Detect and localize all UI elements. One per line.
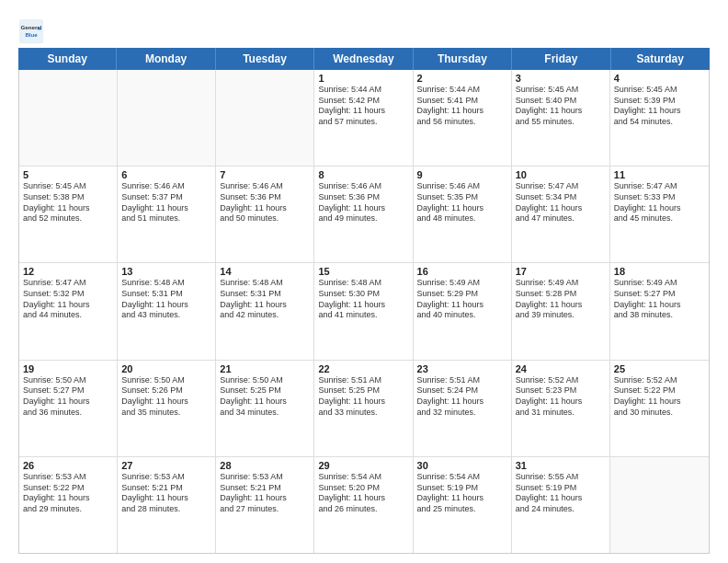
header-day-friday: Friday [512,48,610,70]
day-number: 21 [220,363,310,374]
day-info: Sunrise: 5:49 AM Sunset: 5:28 PM Dayligh… [516,278,606,321]
calendar-cell-23: 23Sunrise: 5:51 AM Sunset: 5:24 PM Dayli… [414,361,512,456]
day-number: 4 [614,73,705,84]
day-info: Sunrise: 5:44 AM Sunset: 5:41 PM Dayligh… [417,85,507,128]
calendar-cell-31: 31Sunrise: 5:55 AM Sunset: 5:19 PM Dayli… [512,457,610,553]
calendar-cell-26: 26Sunrise: 5:53 AM Sunset: 5:22 PM Dayli… [19,457,118,553]
day-info: Sunrise: 5:54 AM Sunset: 5:20 PM Dayligh… [318,472,408,515]
day-info: Sunrise: 5:53 AM Sunset: 5:21 PM Dayligh… [121,472,211,515]
day-number: 9 [417,169,507,180]
calendar-cell-empty-0-2 [216,70,314,166]
day-info: Sunrise: 5:49 AM Sunset: 5:27 PM Dayligh… [614,278,705,321]
day-info: Sunrise: 5:50 AM Sunset: 5:25 PM Dayligh… [220,375,310,419]
day-number: 16 [417,266,507,277]
day-info: Sunrise: 5:46 AM Sunset: 5:36 PM Dayligh… [220,181,310,224]
day-info: Sunrise: 5:47 AM Sunset: 5:34 PM Dayligh… [516,181,606,224]
calendar-cell-20: 20Sunrise: 5:50 AM Sunset: 5:26 PM Dayli… [118,361,216,456]
header-day-wednesday: Wednesday [314,48,413,70]
day-number: 26 [23,460,113,471]
logo-icon: General Blue [18,18,44,44]
calendar-cell-empty-0-0 [19,70,118,166]
calendar-cell-28: 28Sunrise: 5:53 AM Sunset: 5:21 PM Dayli… [216,457,314,553]
day-number: 30 [417,460,507,471]
calendar-cell-4: 4Sunrise: 5:45 AM Sunset: 5:39 PM Daylig… [610,70,709,166]
day-info: Sunrise: 5:46 AM Sunset: 5:36 PM Dayligh… [318,181,408,224]
calendar-cell-24: 24Sunrise: 5:52 AM Sunset: 5:23 PM Dayli… [512,361,610,456]
day-number: 2 [417,73,507,84]
calendar-cell-13: 13Sunrise: 5:48 AM Sunset: 5:31 PM Dayli… [118,263,216,359]
calendar-cell-21: 21Sunrise: 5:50 AM Sunset: 5:25 PM Dayli… [216,361,314,456]
header-day-tuesday: Tuesday [216,48,314,70]
calendar-cell-16: 16Sunrise: 5:49 AM Sunset: 5:29 PM Dayli… [414,263,512,359]
calendar-cell-19: 19Sunrise: 5:50 AM Sunset: 5:27 PM Dayli… [19,361,118,456]
calendar-cell-9: 9Sunrise: 5:46 AM Sunset: 5:35 PM Daylig… [414,167,512,262]
day-number: 10 [516,169,606,180]
day-info: Sunrise: 5:52 AM Sunset: 5:23 PM Dayligh… [516,375,606,419]
day-info: Sunrise: 5:55 AM Sunset: 5:19 PM Dayligh… [516,472,606,515]
day-info: Sunrise: 5:51 AM Sunset: 5:24 PM Dayligh… [417,375,507,419]
calendar-cell-10: 10Sunrise: 5:47 AM Sunset: 5:34 PM Dayli… [512,167,610,262]
day-info: Sunrise: 5:46 AM Sunset: 5:37 PM Dayligh… [121,181,211,224]
day-info: Sunrise: 5:53 AM Sunset: 5:21 PM Dayligh… [220,472,310,515]
logo: General Blue [18,18,48,44]
day-number: 19 [23,363,113,374]
day-number: 17 [516,266,606,277]
calendar-header: SundayMondayTuesdayWednesdayThursdayFrid… [18,48,710,70]
calendar-cell-17: 17Sunrise: 5:49 AM Sunset: 5:28 PM Dayli… [512,263,610,359]
calendar-row-4: 26Sunrise: 5:53 AM Sunset: 5:22 PM Dayli… [19,457,709,553]
day-number: 18 [614,266,705,277]
calendar-cell-18: 18Sunrise: 5:49 AM Sunset: 5:27 PM Dayli… [610,263,709,359]
svg-text:Blue: Blue [25,31,38,38]
day-info: Sunrise: 5:46 AM Sunset: 5:35 PM Dayligh… [417,181,507,224]
calendar-cell-8: 8Sunrise: 5:46 AM Sunset: 5:36 PM Daylig… [314,167,413,262]
calendar-cell-empty-0-1 [118,70,216,166]
calendar-cell-22: 22Sunrise: 5:51 AM Sunset: 5:25 PM Dayli… [314,361,413,456]
day-info: Sunrise: 5:49 AM Sunset: 5:29 PM Dayligh… [417,278,507,321]
day-number: 13 [121,266,211,277]
day-number: 23 [417,363,507,374]
calendar-row-2: 12Sunrise: 5:47 AM Sunset: 5:32 PM Dayli… [19,263,709,360]
day-number: 6 [121,169,211,180]
day-number: 28 [220,460,310,471]
day-number: 5 [23,169,113,180]
day-number: 3 [516,73,606,84]
calendar-cell-6: 6Sunrise: 5:46 AM Sunset: 5:37 PM Daylig… [118,167,216,262]
calendar-body: 1Sunrise: 5:44 AM Sunset: 5:42 PM Daylig… [18,70,710,554]
day-info: Sunrise: 5:50 AM Sunset: 5:27 PM Dayligh… [23,375,113,419]
day-number: 22 [318,363,408,374]
calendar-cell-25: 25Sunrise: 5:52 AM Sunset: 5:22 PM Dayli… [610,361,709,456]
day-number: 11 [614,169,705,180]
calendar-row-0: 1Sunrise: 5:44 AM Sunset: 5:42 PM Daylig… [19,70,709,167]
day-info: Sunrise: 5:47 AM Sunset: 5:33 PM Dayligh… [614,181,705,224]
calendar-cell-11: 11Sunrise: 5:47 AM Sunset: 5:33 PM Dayli… [610,167,709,262]
day-number: 8 [318,169,408,180]
calendar-cell-2: 2Sunrise: 5:44 AM Sunset: 5:41 PM Daylig… [414,70,512,166]
day-info: Sunrise: 5:54 AM Sunset: 5:19 PM Dayligh… [417,472,507,515]
day-info: Sunrise: 5:50 AM Sunset: 5:26 PM Dayligh… [121,375,211,419]
calendar-cell-29: 29Sunrise: 5:54 AM Sunset: 5:20 PM Dayli… [314,457,413,553]
day-info: Sunrise: 5:52 AM Sunset: 5:22 PM Dayligh… [614,375,705,419]
day-number: 25 [614,363,705,374]
calendar-cell-14: 14Sunrise: 5:48 AM Sunset: 5:31 PM Dayli… [216,263,314,359]
day-number: 12 [23,266,113,277]
calendar-cell-27: 27Sunrise: 5:53 AM Sunset: 5:21 PM Dayli… [118,457,216,553]
day-number: 7 [220,169,310,180]
header-day-sunday: Sunday [18,48,117,70]
day-info: Sunrise: 5:45 AM Sunset: 5:38 PM Dayligh… [23,181,113,224]
day-number: 31 [516,460,606,471]
calendar: SundayMondayTuesdayWednesdayThursdayFrid… [18,48,710,554]
calendar-row-3: 19Sunrise: 5:50 AM Sunset: 5:27 PM Dayli… [19,361,709,457]
day-info: Sunrise: 5:47 AM Sunset: 5:32 PM Dayligh… [23,278,113,321]
calendar-cell-empty-4-6 [610,457,709,553]
day-number: 24 [516,363,606,374]
calendar-cell-5: 5Sunrise: 5:45 AM Sunset: 5:38 PM Daylig… [19,167,118,262]
day-info: Sunrise: 5:53 AM Sunset: 5:22 PM Dayligh… [23,472,113,515]
day-number: 14 [220,266,310,277]
calendar-row-1: 5Sunrise: 5:45 AM Sunset: 5:38 PM Daylig… [19,167,709,263]
header-day-monday: Monday [117,48,215,70]
calendar-cell-3: 3Sunrise: 5:45 AM Sunset: 5:40 PM Daylig… [512,70,610,166]
day-info: Sunrise: 5:48 AM Sunset: 5:31 PM Dayligh… [121,278,211,321]
calendar-cell-15: 15Sunrise: 5:48 AM Sunset: 5:30 PM Dayli… [314,263,413,359]
day-info: Sunrise: 5:44 AM Sunset: 5:42 PM Dayligh… [318,85,408,128]
day-info: Sunrise: 5:45 AM Sunset: 5:40 PM Dayligh… [516,85,606,128]
